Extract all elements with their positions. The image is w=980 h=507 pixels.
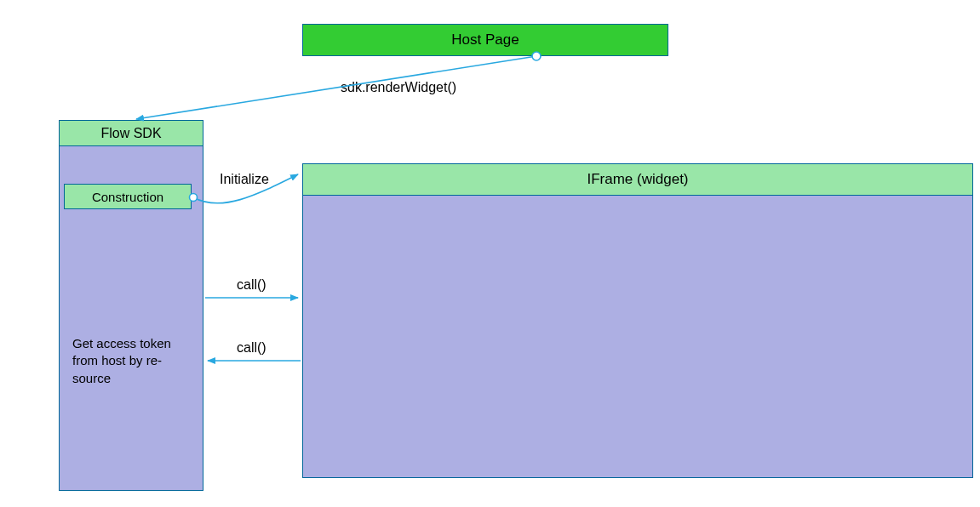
call1-label: call() <box>237 277 266 293</box>
iframe-widget-header-label: IFrame (widget) <box>587 171 688 188</box>
call2-label: call() <box>237 340 266 356</box>
host-page-label: Host Page <box>451 31 519 48</box>
construction-box: Construction <box>64 184 192 209</box>
flow-sdk-header-label: Flow SDK <box>100 126 161 141</box>
flow-sdk-box: Flow SDK Construction Get access token f… <box>59 120 203 491</box>
iframe-widget-box: IFrame (widget) <box>302 163 973 478</box>
svg-line-0 <box>136 56 536 119</box>
initialize-label: Initialize <box>220 172 269 187</box>
render-widget-label: sdk.renderWidget() <box>341 80 456 95</box>
construction-label: Construction <box>92 190 163 204</box>
flow-sdk-header: Flow SDK <box>60 121 203 146</box>
arrow-render-widget <box>136 52 541 119</box>
iframe-widget-header: IFrame (widget) <box>303 164 972 196</box>
token-text: Get access token from host by re­source <box>72 335 192 387</box>
host-page-box: Host Page <box>302 24 668 56</box>
